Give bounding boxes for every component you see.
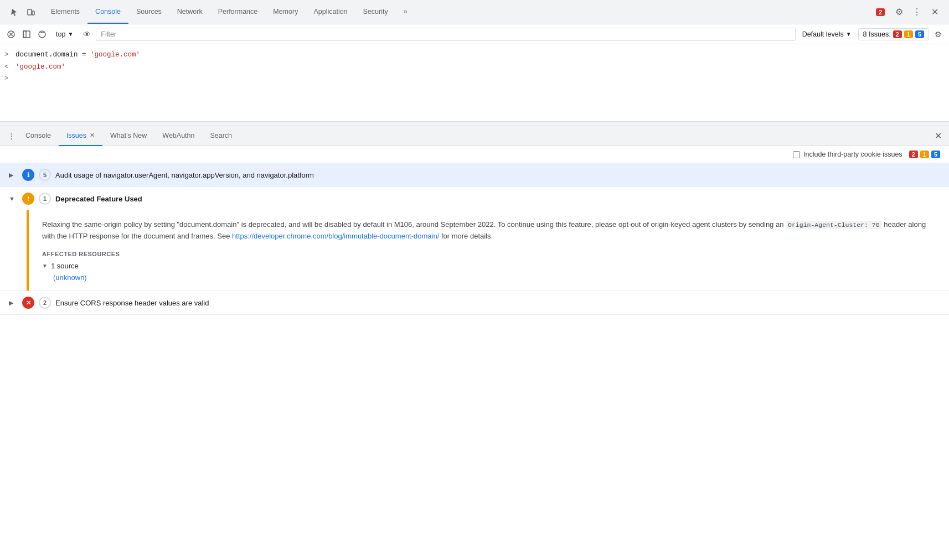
issue-group-cors: ▶ ✕ 2 Ensure CORS response header values…	[0, 291, 949, 315]
issue-deprecated-content: Relaxing the same-origin policy by setti…	[27, 210, 949, 291]
deprecated-code1: Origin-Agent-Cluster: ?0	[786, 221, 882, 229]
settings-icon[interactable]: ⚙	[891, 4, 907, 20]
context-dropdown[interactable]: top ▼	[51, 28, 78, 40]
filter-err-badge: 2	[909, 151, 918, 158]
navigator-issue-title: Audit usage of navigator.userAgent, navi…	[55, 171, 314, 179]
svg-rect-6	[23, 31, 30, 38]
third-party-cookie-checkbox[interactable]	[793, 151, 800, 158]
bottom-tab-issues-label: Issues	[66, 132, 86, 139]
filter-warn-badge: 1	[920, 151, 929, 158]
bottom-tab-search-label: Search	[210, 132, 232, 139]
affected-resources: Affected Resources ▼ 1 source (unknown)	[42, 251, 936, 282]
tab-application[interactable]: Application	[306, 0, 355, 24]
err-count-badge: 2	[893, 30, 902, 38]
third-party-cookie-checkbox-label[interactable]: Include third-party cookie issues	[793, 151, 902, 158]
cors-issue-title: Ensure CORS response header values are v…	[55, 299, 209, 307]
issue-group-navigator-header[interactable]: ▶ ℹ 5 Audit usage of navigator.userAgent…	[0, 163, 949, 186]
error-count-badge: 2	[876, 8, 885, 16]
tab-console[interactable]: Console	[87, 0, 128, 24]
filter-input[interactable]	[96, 28, 795, 41]
source-count-label: 1 source	[51, 262, 79, 270]
error-badge-button[interactable]: 2	[871, 6, 889, 18]
devtools-icon-group	[2, 4, 43, 20]
bottom-tab-console-label: Console	[25, 132, 51, 139]
navigator-issue-icon: ℹ	[22, 169, 34, 181]
tab-sources[interactable]: Sources	[128, 0, 169, 24]
affected-label: Affected Resources	[42, 251, 936, 257]
sidebar-toggle-button[interactable]	[20, 28, 33, 41]
source-item-unknown[interactable]: (unknown)	[53, 273, 936, 282]
console-code-2: 'google.com'	[16, 62, 65, 72]
deprecated-count-circle: 1	[39, 193, 51, 205]
bottom-tab-whats-new[interactable]: What's New	[102, 126, 154, 146]
bottom-tab-console[interactable]: Console	[18, 126, 59, 146]
bottom-more-icon[interactable]: ⋮	[4, 129, 18, 143]
console-prompt-arrow: >	[4, 74, 8, 82]
console-line-1: > document.domain = 'google.com'	[0, 49, 949, 61]
filter-badge-group: 2 1 5	[909, 151, 940, 158]
clear-console-button[interactable]	[4, 28, 18, 41]
filter-info-badge: 5	[931, 151, 940, 158]
issues-count-label: 8 Issues:	[863, 30, 891, 38]
tab-memory[interactable]: Memory	[265, 0, 306, 24]
tab-security[interactable]: Security	[355, 0, 396, 24]
deprecated-desc-part1: Relaxing the same-origin policy by setti…	[42, 220, 786, 229]
chevron-down-icon: ▼	[68, 31, 73, 37]
issue-group-deprecated: ▼ ! 1 Deprecated Feature Used Relaxing t…	[0, 187, 949, 291]
default-levels-label: Default levels	[802, 30, 844, 38]
device-toolbar-icon[interactable]	[23, 4, 39, 20]
console-toolbar: top ▼ 👁 Default levels ▼ 8 Issues: 2 1 5…	[0, 24, 949, 44]
issue-deprecated-description: Relaxing the same-origin policy by setti…	[42, 219, 936, 242]
svg-rect-1	[32, 11, 34, 15]
more-options-icon[interactable]: ⋮	[909, 4, 925, 20]
bottom-tab-search[interactable]: Search	[202, 126, 240, 146]
deprecated-desc-part3: for more details.	[439, 232, 493, 240]
stop-recording-button[interactable]	[35, 28, 49, 41]
bottom-tab-whats-new-label: What's New	[110, 132, 147, 139]
context-label: top	[56, 30, 65, 38]
console-line-2: < 'google.com'	[0, 61, 949, 73]
cors-issue-icon: ✕	[22, 297, 34, 309]
tab-performance[interactable]: Performance	[210, 0, 266, 24]
svg-point-7	[39, 31, 45, 38]
issue-group-cors-header[interactable]: ▶ ✕ 2 Ensure CORS response header values…	[0, 291, 949, 314]
cors-expand-icon: ▶	[9, 299, 18, 307]
console-output: > document.domain = 'google.com' < 'goog…	[0, 44, 949, 122]
source-toggle[interactable]: ▼ 1 source	[42, 262, 936, 270]
bottom-tab-bar: ⋮ Console Issues ✕ What's New WebAuthn S…	[0, 126, 949, 146]
close-panel-button[interactable]: ✕	[931, 129, 945, 143]
bottom-tab-webauthn-label: WebAuthn	[162, 132, 194, 139]
console-arrow-right-1: >	[4, 50, 11, 60]
top-right-controls: 2 ⚙ ⋮ ✕	[871, 4, 947, 20]
top-tab-bar: Elements Console Sources Network Perform…	[0, 0, 949, 24]
console-settings-icon[interactable]: ⚙	[931, 28, 945, 41]
svg-rect-0	[28, 9, 32, 15]
close-issues-tab-icon[interactable]: ✕	[90, 132, 95, 139]
issue-group-deprecated-header[interactable]: ▼ ! 1 Deprecated Feature Used	[0, 187, 949, 210]
issue-group-navigator: ▶ ℹ 5 Audit usage of navigator.userAgent…	[0, 163, 949, 187]
source-toggle-arrow: ▼	[42, 263, 48, 269]
console-arrow-left-2: <	[4, 62, 11, 72]
tab-elements[interactable]: Elements	[43, 0, 87, 24]
close-devtools-icon[interactable]: ✕	[927, 4, 942, 20]
tab-network[interactable]: Network	[169, 0, 210, 24]
navigator-count-circle: 5	[39, 169, 51, 181]
bottom-tab-webauthn[interactable]: WebAuthn	[154, 126, 202, 146]
third-party-cookie-label: Include third-party cookie issues	[803, 151, 902, 158]
info-count-badge: 5	[915, 30, 924, 38]
cursor-icon[interactable]	[7, 4, 22, 20]
cors-count-circle: 2	[39, 297, 51, 309]
navigator-expand-icon: ▶	[9, 172, 18, 179]
deprecated-expand-icon: ▼	[9, 195, 18, 202]
default-levels-button[interactable]: Default levels ▼	[798, 29, 856, 40]
deprecated-link[interactable]: https://developer.chrome.com/blog/immuta…	[232, 232, 439, 240]
tab-more[interactable]: »	[396, 0, 415, 24]
warn-count-badge: 1	[904, 30, 913, 38]
deprecated-issue-title: Deprecated Feature Used	[55, 195, 142, 203]
eye-icon-button[interactable]: 👁	[80, 28, 94, 41]
chevron-down-icon-levels: ▼	[846, 31, 852, 37]
bottom-tab-issues[interactable]: Issues ✕	[59, 126, 102, 146]
issues-badge-group[interactable]: 8 Issues: 2 1 5	[858, 28, 929, 40]
main-tabs: Elements Console Sources Network Perform…	[43, 0, 871, 24]
issues-panel: Include third-party cookie issues 2 1 5 …	[0, 146, 949, 478]
